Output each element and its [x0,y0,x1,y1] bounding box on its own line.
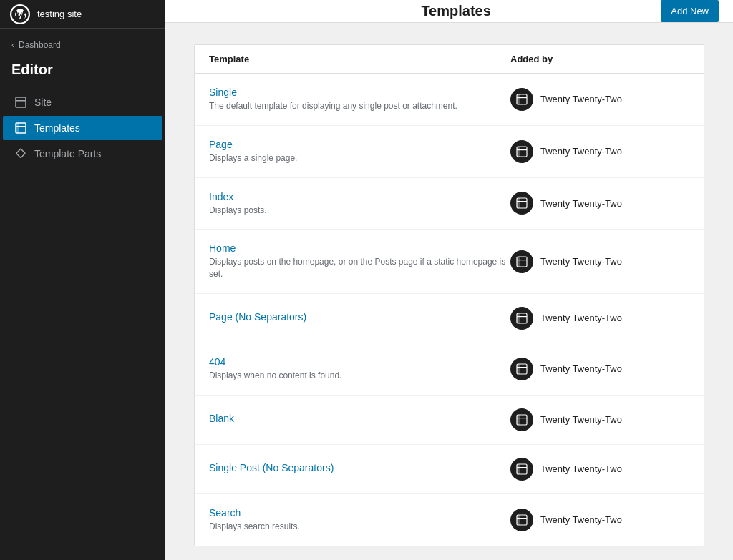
svg-rect-1 [16,97,26,107]
template-square-icon [516,514,528,526]
theme-name: Twenty Twenty-Two [540,198,622,209]
col-template-header: Template [209,54,510,64]
added-by: Twenty Twenty-Two [510,88,689,111]
back-label: Dashboard [19,40,61,50]
template-info: Index Displays posts. [209,191,510,217]
editor-section-label: Editor [0,59,165,89]
added-by: Twenty Twenty-Two [510,250,689,273]
svg-rect-6 [16,149,26,158]
wordpress-logo[interactable] [10,4,30,24]
theme-icon [510,458,533,481]
added-by: Twenty Twenty-Two [510,408,689,431]
back-to-dashboard[interactable]: ‹ Dashboard [0,29,165,59]
col-added-by-header: Added by [510,54,689,64]
theme-name: Twenty Twenty-Two [540,146,622,157]
table-row[interactable]: 404 Displays when no content is found. T… [195,343,704,396]
sidebar-item-templates-label: Templates [34,122,80,134]
template-square-icon [516,313,528,324]
theme-name: Twenty Twenty-Two [540,463,622,474]
theme-name: Twenty Twenty-Two [540,313,622,323]
template-name[interactable]: Single Post (No Separators) [209,462,510,473]
theme-icon [510,192,533,215]
template-info: Search Displays search results. [209,507,510,533]
added-by: Twenty Twenty-Two [510,140,689,163]
svg-rect-2 [16,100,26,102]
svg-rect-5 [16,123,19,133]
template-square-icon [516,146,528,157]
theme-name: Twenty Twenty-Two [540,363,622,374]
svg-rect-12 [517,147,520,157]
template-square-icon [516,256,528,267]
svg-rect-33 [517,515,520,525]
theme-name: Twenty Twenty-Two [540,256,622,267]
sidebar-item-templates[interactable]: Templates [3,116,162,140]
sidebar-item-template-parts-label: Template Parts [34,148,101,159]
theme-icon [510,88,533,111]
template-name[interactable]: Home [209,242,510,254]
template-name[interactable]: Index [209,191,510,202]
site-name: testing site [37,9,82,19]
template-info: Page (No Separators) [209,311,510,325]
svg-rect-18 [517,257,520,267]
theme-icon [510,307,533,330]
template-desc: Displays when no content is found. [209,370,510,382]
template-info: Blank [209,413,510,426]
template-name[interactable]: Page [209,139,510,150]
added-by: Twenty Twenty-Two [510,307,689,330]
svg-rect-15 [517,198,520,208]
template-name[interactable]: 404 [209,356,510,368]
svg-rect-30 [517,464,520,474]
template-desc: Displays search results. [209,521,510,533]
template-desc: The default template for displaying any … [209,100,510,112]
template-info: 404 Displays when no content is found. [209,356,510,382]
top-bar: Templates Add New [165,0,733,23]
template-desc: Displays posts on the homepage, or on th… [209,256,510,280]
sidebar: testing site ‹ Dashboard Editor Site Tem… [0,0,165,560]
sidebar-item-site[interactable]: Site [3,90,162,114]
table-row[interactable]: Single The default template for displayi… [195,74,704,126]
template-square-icon [516,94,528,105]
theme-name: Twenty Twenty-Two [540,414,622,425]
table-row[interactable]: Search Displays search results. Twenty T… [195,494,704,546]
add-new-button[interactable]: Add New [661,0,719,22]
template-info: Page Displays a single page. [209,139,510,164]
table-row[interactable]: Home Displays posts on the homepage, or … [195,230,704,294]
theme-name: Twenty Twenty-Two [540,514,622,525]
main-content: Templates Add New Template Added by Sing… [165,0,733,560]
svg-rect-21 [517,313,520,323]
added-by: Twenty Twenty-Two [510,192,689,215]
added-by: Twenty Twenty-Two [510,509,689,531]
theme-icon [510,140,533,163]
table-row[interactable]: Single Post (No Separators) Twenty Twent… [195,445,704,494]
svg-rect-24 [517,364,520,374]
template-name[interactable]: Page (No Separators) [209,311,510,323]
back-arrow-icon: ‹ [11,40,14,50]
template-info: Single Post (No Separators) [209,462,510,476]
added-by: Twenty Twenty-Two [510,358,689,380]
template-info: Single The default template for displayi… [209,87,510,112]
template-info: Home Displays posts on the homepage, or … [209,242,510,280]
sidebar-header: testing site [0,0,165,29]
theme-icon [510,509,533,531]
diamond-icon [14,147,27,160]
table-row[interactable]: Page Displays a single page. Twenty Twen… [195,126,704,178]
theme-icon [510,358,533,380]
template-name[interactable]: Search [209,507,510,519]
template-desc: Displays posts. [209,205,510,217]
table-row[interactable]: Index Displays posts. Twenty Twenty-Two [195,178,704,230]
table-row[interactable]: Page (No Separators) Twenty Twenty-Two [195,294,704,343]
svg-rect-27 [517,415,520,425]
template-desc: Displays a single page. [209,152,510,164]
template-icon [14,122,27,134]
sidebar-item-site-label: Site [34,97,52,108]
page-title: Templates [251,3,661,19]
page-title-area: Templates [251,3,661,19]
table-row[interactable]: Blank Twenty Twenty-Two [195,396,704,445]
theme-name: Twenty Twenty-Two [540,94,622,104]
template-name[interactable]: Blank [209,413,510,424]
templates-table: Template Added by Single The default tem… [194,44,704,546]
template-square-icon [516,414,528,426]
template-name[interactable]: Single [209,87,510,98]
sidebar-item-template-parts[interactable]: Template Parts [3,142,162,166]
content-area: Template Added by Single The default tem… [165,23,733,560]
